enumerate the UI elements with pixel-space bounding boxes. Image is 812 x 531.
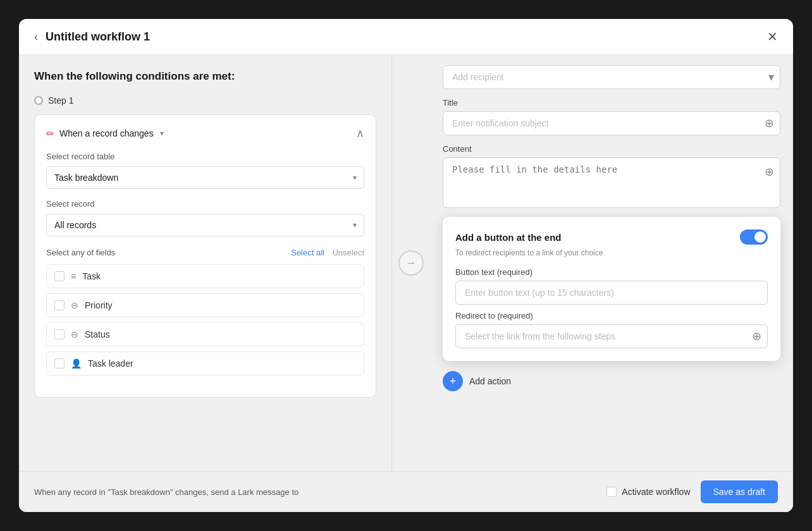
redirect-group: Redirect to (required) ⊕: [455, 311, 768, 348]
recipient-input-wrapper: ▾: [443, 65, 780, 89]
step-row: Step 1: [34, 95, 376, 106]
title-label: Title: [443, 98, 780, 107]
trigger-card: ✏ When a record changes ▾ ∧ Select recor…: [34, 114, 376, 398]
record-table-select-wrapper: Task breakdown ▾: [46, 166, 364, 189]
select-all-link[interactable]: Select all: [291, 248, 324, 257]
record-group: Select record All records ▾: [46, 199, 364, 236]
modal-header: ‹ Untitled workflow 1 ✕: [19, 19, 793, 55]
redirect-input-wrapper: ⊕: [455, 324, 768, 348]
title-input-wrapper: ⊕: [443, 111, 780, 135]
fields-actions: Select all Unselect: [291, 247, 364, 258]
activate-label: Activate workflow: [622, 487, 690, 497]
field-item-task-leader: 👤 Task leader: [46, 351, 364, 375]
field-checkbox-task-leader[interactable]: [54, 358, 65, 369]
close-button[interactable]: ✕: [767, 29, 778, 44]
person-field-icon: 👤: [71, 358, 82, 369]
content-plus-button[interactable]: ⊕: [765, 165, 774, 179]
trigger-header: ✏ When a record changes ▾ ∧: [46, 126, 364, 140]
modal-title: Untitled workflow 1: [46, 30, 150, 44]
field-name-priority: Priority: [85, 300, 113, 310]
trigger-dropdown-button[interactable]: ▾: [160, 129, 164, 138]
save-draft-button[interactable]: Save as draft: [701, 480, 778, 503]
back-icon: ‹: [34, 30, 38, 44]
pencil-icon: ✏: [46, 128, 54, 140]
redirect-input[interactable]: [455, 324, 768, 348]
activate-row: Activate workflow: [606, 487, 690, 497]
conditions-title: When the following conditions are met:: [34, 70, 376, 83]
record-select[interactable]: All records: [46, 214, 364, 236]
add-action-label: Add action: [469, 376, 511, 386]
bottom-bar: When any record in "Task breakdown" chan…: [19, 471, 793, 512]
record-table-group: Select record table Task breakdown ▾: [46, 152, 364, 189]
title-input[interactable]: [443, 111, 780, 135]
header-left: ‹ Untitled workflow 1: [34, 30, 150, 44]
collapse-button[interactable]: ∧: [356, 126, 364, 140]
bottom-actions: Activate workflow Save as draft: [606, 480, 778, 503]
field-checkbox-priority[interactable]: [54, 300, 65, 310]
unselect-link[interactable]: Unselect: [332, 248, 364, 257]
trigger-header-left: ✏ When a record changes ▾: [46, 128, 164, 140]
activate-checkbox[interactable]: [606, 487, 617, 497]
fields-section-header: Select any of fields Select all Unselect: [46, 247, 364, 258]
field-name-task-leader: Task leader: [88, 358, 133, 369]
content-textarea[interactable]: [443, 157, 780, 208]
modal-body: When the following conditions are met: S…: [19, 55, 793, 471]
left-panel: When the following conditions are met: S…: [19, 55, 392, 471]
fields-group: Select any of fields Select all Unselect…: [46, 247, 364, 375]
field-checkbox-task[interactable]: [54, 271, 65, 281]
fields-section-title: Select any of fields: [46, 248, 115, 257]
recipient-input[interactable]: [443, 65, 780, 89]
add-action-row: + Add action: [443, 371, 780, 391]
button-text-label: Button text (required): [455, 267, 768, 277]
popup-title: Add a button at the end: [455, 232, 561, 243]
status-text: When any record in "Task breakdown" chan…: [34, 487, 298, 497]
recipient-plus-button[interactable]: ▾: [768, 70, 774, 84]
redirect-plus-button[interactable]: ⊕: [752, 329, 761, 343]
trigger-name: When a record changes: [59, 128, 154, 138]
button-popup-card: Add a button at the end To redirect reci…: [443, 217, 780, 361]
arrow-right-icon: →: [406, 257, 416, 269]
popup-subtitle: To redirect recipients to a link of your…: [455, 248, 768, 257]
text-field-icon: ≡: [71, 271, 76, 281]
content-textarea-wrapper: ⊕: [443, 157, 780, 211]
status-field-icon: ⊖: [71, 329, 78, 339]
back-button[interactable]: ‹: [34, 30, 38, 44]
field-item-status: ⊖ Status: [46, 322, 364, 346]
field-item-task: ≡ Task: [46, 264, 364, 288]
title-plus-button[interactable]: ⊕: [765, 116, 774, 130]
record-table-label: Select record table: [46, 152, 364, 161]
field-item-priority: ⊖ Priority: [46, 293, 364, 317]
title-group: Title ⊕: [443, 98, 780, 135]
arrow-circle: →: [398, 250, 424, 276]
field-checkbox-status[interactable]: [54, 329, 65, 339]
redirect-label: Redirect to (required): [455, 311, 768, 320]
recipient-row: ▾: [443, 65, 780, 89]
step-label: Step 1: [48, 95, 73, 106]
chevron-up-icon: ∧: [356, 127, 364, 140]
add-button-toggle[interactable]: [740, 229, 768, 245]
add-action-button[interactable]: +: [443, 371, 463, 391]
content-group: Content ⊕: [443, 144, 780, 211]
step-radio: [34, 96, 43, 105]
button-text-input[interactable]: [455, 281, 768, 305]
field-name-status: Status: [85, 329, 110, 339]
button-text-group: Button text (required): [455, 267, 768, 305]
record-label: Select record: [46, 199, 364, 209]
priority-field-icon: ⊖: [71, 300, 78, 310]
chevron-down-icon: ▾: [160, 129, 164, 138]
plus-icon: +: [450, 375, 457, 388]
arrow-connector: →: [392, 250, 430, 276]
record-table-select[interactable]: Task breakdown: [46, 166, 364, 189]
record-select-wrapper: All records ▾: [46, 214, 364, 236]
workflow-modal: ‹ Untitled workflow 1 ✕ When the followi…: [19, 19, 793, 512]
field-name-task: Task: [82, 271, 101, 281]
popup-header: Add a button at the end: [455, 229, 768, 245]
right-panel: ▾ Title ⊕ Content ⊕: [430, 55, 793, 471]
content-label: Content: [443, 144, 780, 154]
close-icon: ✕: [767, 30, 778, 44]
